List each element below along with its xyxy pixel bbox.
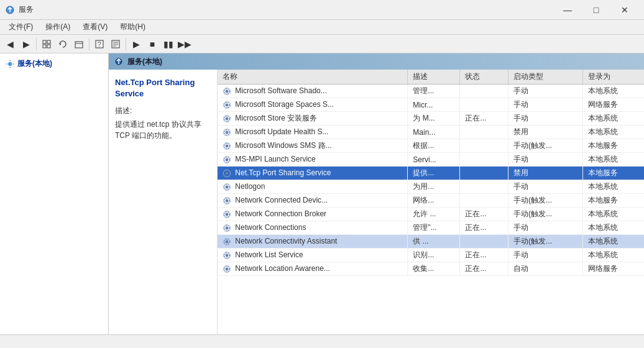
- svg-point-28: [226, 145, 228, 147]
- service-desc-cell: 根据...: [408, 139, 460, 153]
- toolbar: ◀ ▶ ? ▶: [0, 35, 644, 53]
- service-status-cell: [460, 167, 508, 180]
- service-desc-cell: Micr...: [408, 98, 460, 112]
- service-start-cell: 手动: [508, 112, 583, 126]
- toolbar-export[interactable]: [71, 37, 86, 52]
- table-row[interactable]: Microsoft Software Shado... 管理...手动本地系统: [218, 85, 644, 98]
- service-start-cell: 手动: [508, 153, 583, 167]
- gear-icon: [223, 101, 231, 109]
- table-row[interactable]: Network List Service 识别...正在...手动本地系统: [218, 249, 644, 262]
- service-start-cell: 自动: [508, 262, 583, 276]
- service-start-cell: 手动: [508, 180, 583, 194]
- service-name-cell: Microsoft Storage Spaces S...: [218, 98, 408, 112]
- content-body: Net.Tcp Port Sharing Service 描述: 提供通过 ne…: [109, 70, 644, 334]
- svg-point-34: [226, 172, 228, 175]
- gear-icon: [223, 237, 231, 246]
- table-row[interactable]: Network Location Awarene... 收集...正在...自动…: [218, 262, 644, 276]
- col-login[interactable]: 登录为: [583, 70, 644, 85]
- service-name-cell: Microsoft Windows SMS 路...: [218, 139, 408, 153]
- close-button[interactable]: ✕: [610, 0, 639, 20]
- table-row[interactable]: Network Connectivity Assistant 供 ...手动(触…: [218, 235, 644, 249]
- service-login-cell: 网络服务: [583, 262, 644, 276]
- toolbar-stop[interactable]: ■: [145, 37, 160, 52]
- table-row[interactable]: Microsoft Store 安装服务 为 M...正在...手动本地系统: [218, 112, 644, 126]
- menu-view[interactable]: 查看(V): [76, 21, 114, 34]
- toolbar-properties[interactable]: [108, 37, 123, 52]
- gear-icon: [223, 224, 231, 232]
- service-desc-cell: 供 ...: [408, 235, 460, 249]
- service-login-cell: 本地服务: [583, 194, 644, 208]
- svg-point-31: [226, 158, 228, 161]
- service-name-cell: Network Connection Broker: [218, 208, 408, 221]
- gear-icon: [223, 142, 231, 150]
- svg-rect-2: [47, 40, 50, 44]
- svg-rect-3: [43, 45, 46, 48]
- service-start-cell: 手动(触发...: [508, 235, 583, 249]
- desc-panel: Net.Tcp Port Sharing Service 描述: 提供通过 ne…: [109, 70, 218, 334]
- service-desc-cell: 提供...: [408, 167, 460, 180]
- toolbar-back[interactable]: ◀: [2, 37, 17, 52]
- toolbar-help[interactable]: ?: [92, 37, 107, 52]
- service-name-cell: Microsoft Software Shado...: [218, 85, 408, 98]
- service-desc-cell: Servi...: [408, 153, 460, 167]
- menu-file[interactable]: 文件(F): [2, 21, 39, 34]
- table-row[interactable]: MS-MPI Launch Service Servi...手动本地系统: [218, 153, 644, 167]
- toolbar-refresh[interactable]: [55, 37, 70, 52]
- service-name-cell: Microsoft Update Health S...: [218, 126, 408, 139]
- title-bar: 服务 — □ ✕: [0, 0, 644, 20]
- toolbar-forward[interactable]: ▶: [19, 37, 34, 52]
- service-login-cell: 本地服务: [583, 167, 644, 180]
- service-login-cell: 本地系统: [583, 208, 644, 221]
- menu-action[interactable]: 操作(A): [39, 21, 76, 34]
- toolbar-restart[interactable]: ▶▶: [177, 37, 192, 52]
- svg-point-22: [226, 117, 228, 120]
- col-desc[interactable]: 描述: [408, 70, 460, 85]
- service-login-cell: 本地系统: [583, 180, 644, 194]
- table-row[interactable]: Network Connection Broker 允许 ...正在...手动(…: [218, 208, 644, 221]
- table-row[interactable]: Microsoft Update Health S... Main...禁用本地…: [218, 126, 644, 139]
- table-row[interactable]: Netlogon 为用...手动本地系统: [218, 180, 644, 194]
- toolbar-pause[interactable]: ▮▮: [161, 37, 176, 52]
- svg-point-43: [226, 213, 228, 216]
- gear-icon: [223, 87, 231, 96]
- svg-point-16: [226, 90, 228, 93]
- service-login-cell: 本地系统: [583, 235, 644, 249]
- gear-icon: [223, 155, 231, 164]
- table-row[interactable]: Net.Tcp Port Sharing Service 提供...禁用本地服务: [218, 167, 644, 180]
- svg-rect-6: [75, 42, 83, 48]
- service-status-cell: [460, 126, 508, 139]
- service-login-cell: 本地系统: [583, 85, 644, 98]
- table-row[interactable]: Network Connected Devic... 网络...手动(触发...…: [218, 194, 644, 208]
- service-desc-cell: 为用...: [408, 180, 460, 194]
- service-status-cell: 正在...: [460, 112, 508, 126]
- svg-rect-1: [43, 40, 46, 44]
- table-row[interactable]: Microsoft Windows SMS 路... 根据...手动(触发...…: [218, 139, 644, 153]
- table-row[interactable]: Network Connections 管理"...正在...手动本地系统: [218, 221, 644, 235]
- services-panel[interactable]: 名称 描述 状态 启动类型 登录为 Microsoft Software Sha…: [218, 70, 644, 334]
- svg-marker-5: [60, 43, 62, 45]
- service-start-cell: 手动: [508, 249, 583, 262]
- table-row[interactable]: Microsoft Storage Spaces S... Micr...手动网…: [218, 98, 644, 112]
- svg-rect-4: [47, 45, 50, 48]
- maximize-button[interactable]: □: [582, 0, 610, 20]
- col-status[interactable]: 状态: [460, 70, 508, 85]
- content-area: 服务(本地) Net.Tcp Port Sharing Service 描述: …: [109, 53, 644, 334]
- sidebar-title[interactable]: 服务(本地): [2, 56, 106, 71]
- service-name-cell: Network Connectivity Assistant: [218, 235, 408, 249]
- col-start[interactable]: 启动类型: [508, 70, 583, 85]
- col-name[interactable]: 名称: [218, 70, 408, 85]
- service-name-cell: Netlogon: [218, 180, 408, 194]
- service-login-cell: 本地系统: [583, 221, 644, 235]
- toolbar-up[interactable]: [39, 37, 54, 52]
- minimize-button[interactable]: —: [553, 0, 582, 20]
- svg-point-25: [226, 131, 228, 134]
- menu-help[interactable]: 帮助(H): [114, 21, 152, 34]
- service-start-cell: 手动(触发...: [508, 194, 583, 208]
- service-desc-cell: 识别...: [408, 249, 460, 262]
- service-login-cell: 本地系统: [583, 112, 644, 126]
- service-start-cell: 禁用: [508, 167, 583, 180]
- gear-icon: [223, 210, 231, 219]
- toolbar-play[interactable]: ▶: [129, 37, 144, 52]
- gear-icon: [223, 128, 231, 137]
- refresh-icon: [58, 40, 67, 48]
